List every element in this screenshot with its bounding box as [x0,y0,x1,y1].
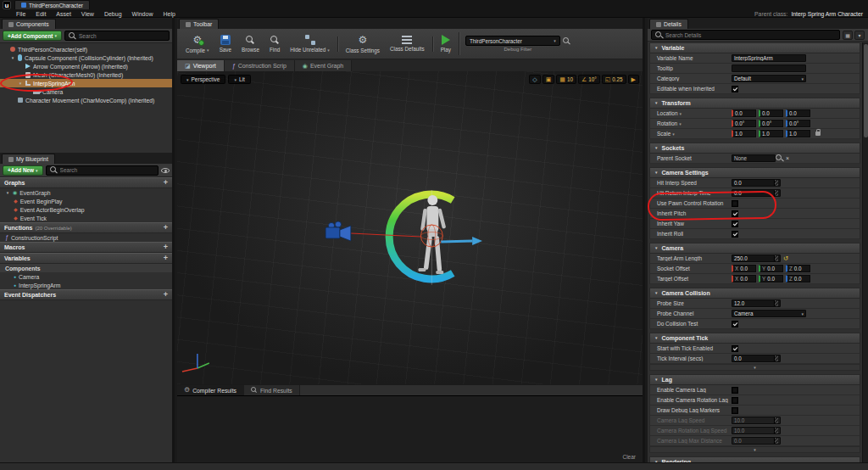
tab-toolbar[interactable]: Toolbar [179,19,219,29]
lit-button[interactable]: Lit [228,75,250,84]
checkbox[interactable] [732,345,738,352]
spinner-handle-icon[interactable] [774,255,778,261]
blueprint-item-camera[interactable]: Camera [0,272,172,281]
tab-construction-scrip[interactable]: Construction Scrip [225,60,295,71]
expander-icon[interactable]: ▾ [10,55,15,60]
tab-compiler-results[interactable]: Compiler Results [177,385,244,395]
details-scrollbar[interactable] [862,42,868,462]
browse-button[interactable]: Browse [236,34,264,54]
spinner-handle-icon[interactable] [774,180,778,186]
menu-file[interactable]: File [11,11,31,17]
vector-x-field[interactable]: 0.0 [732,109,756,117]
spinner-handle-icon[interactable] [774,300,778,306]
add-component-button[interactable]: +Add Component [3,31,62,41]
checkbox[interactable] [732,321,738,327]
clear-button[interactable]: Clear [622,454,636,460]
component-tree-item-character-movement-charmovecomp-inherited[interactable]: Character Movement (CharMoveComp) (Inher… [0,96,172,104]
blueprint-item-event-actorbeginoverlap[interactable]: Event ActorBeginOverlap [0,205,172,214]
details-section-header-camera[interactable]: ▼Camera [649,243,860,254]
add-event-dispatchers-icon[interactable]: + [164,291,168,299]
blueprint-section-macros[interactable]: Macros+ [0,242,172,253]
offset-z-field[interactable]: Z0.0 [786,275,810,283]
number-field[interactable]: 0.0 [732,189,781,197]
viewport-options-control[interactable]: ◇ [529,75,540,84]
add-functions-icon[interactable]: + [164,224,168,232]
camera-gizmo[interactable] [326,221,351,241]
rotation-snap-control[interactable]: ∠10° [578,75,600,84]
vector-y-field[interactable]: 0.0 [759,109,783,117]
details-section-header-transform[interactable]: ▼Transform [649,98,860,109]
component-tree-item-camera[interactable]: Camera [0,87,172,96]
dropdown-field[interactable]: Camera▾ [732,310,806,317]
vector-z-field[interactable]: 0.0° [786,120,810,127]
blueprint-section-variables[interactable]: Variables+ [0,253,172,264]
blueprint-item-interpspringarm[interactable]: InterpSpringArm [0,281,172,289]
details-search-input[interactable] [665,32,836,38]
lock-icon[interactable] [815,131,821,136]
checkbox[interactable] [732,231,738,238]
text-field[interactable] [732,64,806,72]
display-options-icon[interactable]: ▾ [854,31,865,40]
component-tree-item-capsule-component-collisioncylinder-inherited[interactable]: ▾Capsule Component (CollisionCylinder) (… [0,53,172,62]
tab-find-results[interactable]: Find Results [244,385,300,395]
tab-event-graph[interactable]: Event Graph [295,60,352,71]
menu-help[interactable]: Help [158,11,180,17]
dropdown-field[interactable]: Default▾ [732,75,806,82]
play-button[interactable]: Play [436,33,456,54]
grid-snap-control[interactable]: ▦10 [556,75,576,84]
blueprint-item-event-beginplay[interactable]: Event BeginPlay [0,197,172,205]
checkbox[interactable] [732,86,738,92]
scrollbar-thumb[interactable] [864,44,868,137]
vector-x-field[interactable]: 1.0 [732,130,756,137]
menu-debug[interactable]: Debug [99,11,127,17]
number-field[interactable]: 0.0 [732,355,781,362]
parent-class-value[interactable]: Interp Spring Arm Character [791,11,863,17]
hide-unrelated-button[interactable]: Hide Unrelated▾ [285,33,335,54]
vector-z-field[interactable]: 1.0 [786,130,810,137]
tab-my-blueprint[interactable]: My Blueprint [2,154,55,164]
socket-clear-icon[interactable]: × [786,155,789,161]
details-section-header-camera-settings[interactable]: ▼Camera Settings [649,167,860,178]
label-dropdown-icon[interactable]: ▾ [680,111,682,116]
compile-button[interactable]: Compile▾ [181,33,214,55]
component-tree-item-mesh-charactermesh0-inherited[interactable]: Mesh (CharacterMesh0) (Inherited) [0,70,172,79]
component-tree-item-thirdpersoncharacter-self[interactable]: ThirdPersonCharacter(self) [0,45,172,53]
tab-components[interactable]: Components [2,19,56,29]
details-section-header-sockets[interactable]: ▼Sockets [649,143,860,154]
advanced-expander[interactable]: ▼ [649,364,860,371]
details-section-header-rendering[interactable]: ▼Rendering [649,456,860,462]
checkbox[interactable] [732,221,738,227]
view-options-eye-icon[interactable] [161,168,170,173]
spinner-handle-icon[interactable] [774,428,778,434]
vector-y-field[interactable]: 1.0 [759,130,783,137]
text-field[interactable]: InterpSpringArm [732,54,806,62]
blueprint-section-graphs[interactable]: Graphs+ [0,177,172,188]
add-variables-icon[interactable]: + [164,255,168,262]
vector-z-field[interactable]: 0.0 [786,109,810,117]
debug-search-icon[interactable] [563,37,570,45]
number-field[interactable]: 10.0 [732,417,781,424]
blueprint-item-eventgraph[interactable]: ▾EventGraph [0,188,172,197]
offset-y-field[interactable]: Y0.0 [759,275,783,283]
add-new-button[interactable]: +Add New [3,165,43,176]
blueprint-item-constructionscript[interactable]: ConstructionScript [0,233,172,242]
scale-snap-control[interactable]: ◱0.25 [602,75,626,84]
components-search-input[interactable] [79,33,165,39]
debug-object-dropdown[interactable]: ThirdPersonCharacter [465,36,560,46]
checkbox[interactable] [732,397,738,404]
expander-icon[interactable]: ▾ [18,81,23,86]
number-field[interactable]: 0.0 [732,437,781,445]
add-graphs-icon[interactable]: + [164,179,168,187]
menu-asset[interactable]: Asset [51,11,76,17]
tab-details[interactable]: Details [649,19,688,29]
spinner-handle-icon[interactable] [774,438,778,444]
offset-y-field[interactable]: Y0.0 [759,265,783,272]
spinner-handle-icon[interactable] [774,190,778,196]
spinner-handle-icon[interactable] [774,355,778,361]
blueprint-section-event-dispatchers[interactable]: Event Dispatchers+ [0,289,172,300]
save-button[interactable]: Save [214,33,236,54]
number-field[interactable]: 0.0 [732,179,781,187]
details-section-header-variable[interactable]: ▼Variable [649,42,860,53]
offset-x-field[interactable]: X0.0 [732,275,756,283]
checkbox[interactable] [732,407,738,414]
